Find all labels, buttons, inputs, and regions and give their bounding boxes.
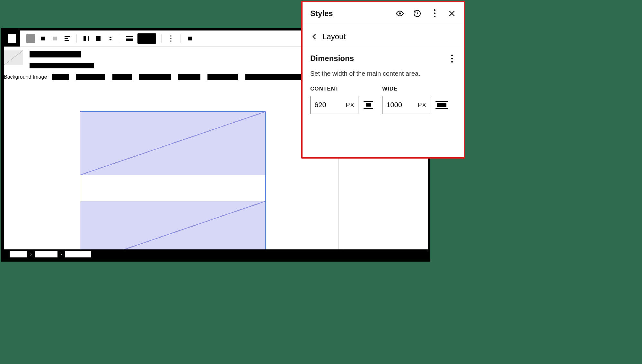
redacted-site-tagline	[30, 63, 94, 68]
sidebar-column-outline	[339, 156, 344, 249]
chevron-left-icon	[310, 32, 319, 41]
styles-back-button[interactable]	[310, 32, 319, 41]
color-swatch-icon	[96, 36, 101, 41]
nav-item[interactable]	[245, 74, 306, 80]
breadcrumb-item[interactable]	[10, 251, 27, 257]
kebab-icon	[451, 55, 453, 63]
styles-nav-row: Layout	[303, 25, 464, 48]
fullwidth-icon	[126, 36, 133, 41]
close-styles-button[interactable]	[448, 9, 456, 18]
redacted-site-title	[30, 51, 81, 57]
content-width-unit[interactable]: PX	[346, 101, 354, 109]
dimensions-fields: CONTENT PX WIDE PX	[310, 86, 456, 114]
align-icon	[65, 36, 70, 41]
dimensions-description: Set the width of the main content area.	[310, 70, 456, 77]
toolbar-block-type-button[interactable]	[26, 34, 35, 43]
more-icon	[170, 35, 171, 42]
background-image-label: Background Image	[4, 74, 47, 80]
toolbar-align-button[interactable]	[63, 34, 71, 43]
block-type-icon	[26, 34, 35, 43]
wide-width-row: PX	[382, 96, 448, 114]
content-width-input-wrap: PX	[310, 96, 358, 114]
dimensions-more-button[interactable]	[448, 54, 456, 63]
eye-icon	[396, 9, 404, 18]
cover-block-selected[interactable]	[80, 111, 266, 249]
breadcrumb-item[interactable]	[65, 251, 91, 257]
drag-icon	[41, 37, 45, 40]
styles-more-menu[interactable]	[430, 9, 439, 18]
toolbar-contrast-button[interactable]	[82, 34, 90, 43]
toolbar-drag-handle[interactable]	[39, 34, 47, 43]
content-width-input[interactable]	[314, 101, 337, 109]
wide-width-label: WIDE	[382, 86, 448, 92]
nav-item[interactable]	[139, 74, 171, 80]
styles-panel-header: Styles	[303, 2, 464, 25]
breadcrumb-separator: ›	[30, 252, 32, 257]
dimensions-header: Dimensions	[310, 54, 456, 63]
cover-inner-content[interactable]	[80, 175, 265, 201]
content-width-field: CONTENT PX	[310, 86, 373, 114]
height-icon	[109, 37, 112, 40]
toolbar-color-button[interactable]	[94, 34, 102, 43]
content-width-row: PX	[310, 96, 373, 114]
kebab-icon	[434, 9, 435, 17]
move-icon	[53, 37, 57, 40]
toolbar-separator	[76, 34, 77, 43]
wide-width-field: WIDE PX	[382, 86, 448, 114]
styles-panel-actions	[396, 9, 456, 18]
history-icon	[413, 9, 421, 18]
toolbar-separator	[161, 34, 162, 43]
site-logo-icon	[8, 34, 16, 43]
toolbar-fullwidth-button[interactable]	[125, 34, 134, 43]
nav-item[interactable]	[207, 74, 238, 80]
site-thumbnail-placeholder[interactable]	[4, 50, 23, 65]
svg-point-0	[399, 12, 401, 14]
close-icon	[448, 9, 456, 18]
toolbar-selected-button[interactable]	[137, 34, 156, 43]
breadcrumb-separator: ›	[61, 252, 62, 257]
toolbar-height-button[interactable]	[106, 34, 115, 43]
toolbar-move-button[interactable]	[51, 34, 59, 43]
revisions-button[interactable]	[413, 9, 421, 18]
nav-item[interactable]	[76, 74, 105, 80]
global-styles-panel: Styles Layout Dimensions	[301, 1, 465, 159]
site-logo-button[interactable]	[4, 30, 20, 47]
style-book-button[interactable]	[396, 9, 404, 18]
extra-icon	[188, 37, 192, 40]
toolbar-separator	[180, 34, 180, 43]
dimensions-title: Dimensions	[310, 54, 354, 63]
cover-image-placeholder-bottom	[80, 201, 265, 249]
content-width-icon	[364, 101, 373, 109]
nav-item[interactable]	[178, 74, 200, 80]
contrast-icon	[84, 36, 89, 41]
content-width-label: CONTENT	[310, 86, 373, 92]
toolbar-more-button[interactable]	[167, 34, 175, 43]
styles-layout-body: Dimensions Set the width of the main con…	[303, 48, 464, 157]
nav-item[interactable]	[52, 74, 69, 80]
toolbar-separator	[120, 34, 120, 43]
wide-width-input[interactable]	[386, 101, 409, 109]
selected-block-icon	[137, 33, 156, 44]
nav-item[interactable]	[112, 74, 132, 80]
wide-width-input-wrap: PX	[382, 96, 430, 114]
wide-width-unit[interactable]: PX	[418, 101, 426, 109]
cover-image-placeholder-top	[80, 112, 265, 175]
breadcrumb-item[interactable]	[35, 251, 57, 257]
styles-nav-title: Layout	[322, 32, 346, 41]
toolbar-extra-button[interactable]	[186, 34, 194, 43]
site-title-group	[30, 50, 94, 68]
wide-width-icon	[435, 101, 448, 109]
styles-panel-title: Styles	[310, 9, 333, 18]
block-breadcrumb: › ›	[4, 249, 428, 259]
